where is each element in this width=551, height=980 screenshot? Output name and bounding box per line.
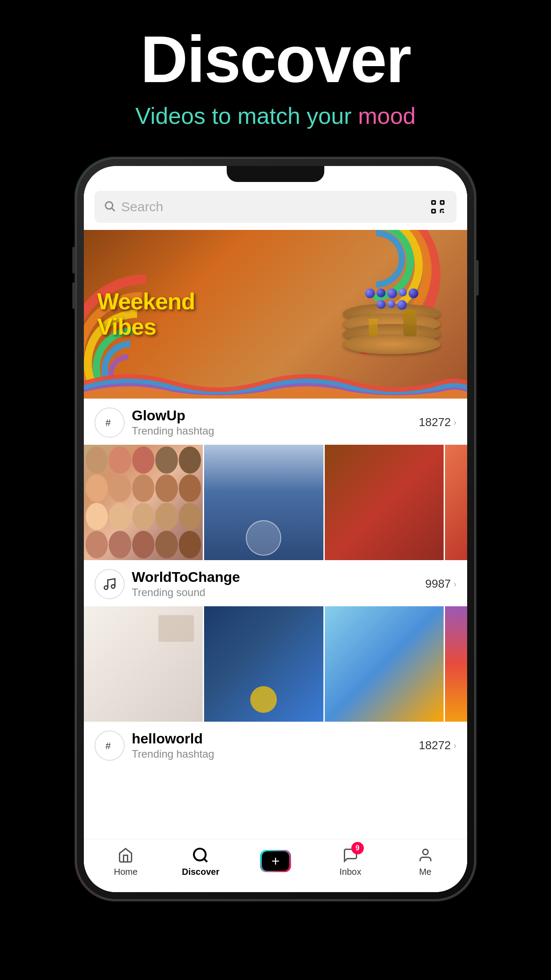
- glowup-video-grid: [84, 445, 467, 560]
- power-button: [476, 260, 479, 296]
- nav-add[interactable]: +: [238, 850, 313, 872]
- trending-glowup[interactable]: # GlowUp Trending hashtag 18272 ›: [84, 399, 467, 445]
- helloworld-icon: #: [94, 731, 125, 761]
- glowup-icon: #: [94, 407, 125, 438]
- search-input[interactable]: Search: [121, 199, 428, 214]
- helloworld-count: 18272 ›: [419, 739, 457, 752]
- svg-point-12: [194, 849, 206, 861]
- worldtochange-count: 9987 ›: [425, 577, 457, 591]
- worldtochange-icon: [94, 569, 125, 599]
- nav-discover[interactable]: Discover: [163, 846, 238, 877]
- video-thumb-6[interactable]: [204, 606, 323, 722]
- helloworld-name: helloworld: [132, 731, 214, 747]
- svg-point-0: [106, 202, 113, 209]
- inbox-badge: 9: [351, 842, 364, 854]
- pancake-illustration: [334, 239, 449, 381]
- hero-text-area: Discover Videos to match your mood: [0, 0, 551, 149]
- me-label: Me: [419, 867, 432, 877]
- blueberries: [365, 288, 418, 310]
- svg-line-7: [443, 211, 444, 213]
- phone-frame: Search: [76, 158, 475, 900]
- scan-icon[interactable]: [428, 197, 448, 217]
- banner-text: Weekend Vibes: [97, 288, 195, 339]
- home-icon: [116, 846, 135, 865]
- search-icon: [103, 200, 116, 214]
- add-button[interactable]: +: [260, 850, 291, 872]
- worldtochange-type: Trending sound: [132, 586, 240, 599]
- pancake-4: [343, 334, 441, 354]
- video-thumb-2[interactable]: [204, 445, 323, 560]
- svg-text:#: #: [106, 418, 111, 428]
- glowup-type: Trending hashtag: [132, 425, 214, 437]
- worldtochange-name: WorldToChange: [132, 569, 240, 585]
- svg-point-14: [423, 849, 428, 854]
- banner-line2: Vibes: [97, 314, 195, 340]
- phone-device: Search: [76, 158, 475, 900]
- svg-text:#: #: [106, 741, 111, 751]
- subtitle-mood: mood: [358, 103, 416, 129]
- hero-subtitle: Videos to match your mood: [9, 101, 542, 131]
- volume-up-button: [72, 247, 75, 273]
- bottom-nav: Home Discover: [84, 839, 467, 892]
- search-bar-container: Search: [84, 182, 467, 230]
- svg-point-9: [104, 586, 108, 589]
- inbox-icon-wrap: 9: [341, 846, 360, 865]
- discover-icon: [191, 846, 210, 865]
- subtitle-text: Videos to match your: [135, 103, 358, 129]
- discover-label: Discover: [182, 867, 220, 877]
- nav-home[interactable]: Home: [88, 846, 163, 877]
- worldtochange-video-grid: [84, 606, 467, 722]
- search-bar[interactable]: Search: [94, 191, 457, 223]
- syrup-drip-2: [369, 319, 378, 336]
- phone-notch: [227, 166, 324, 182]
- plus-icon: +: [272, 853, 280, 869]
- svg-line-1: [112, 208, 114, 211]
- discover-title: Discover: [9, 27, 542, 92]
- phone-screen: Search: [84, 166, 467, 892]
- video-thumb-5[interactable]: [84, 606, 203, 722]
- banner-image[interactable]: Weekend Vibes: [84, 230, 467, 399]
- nav-inbox[interactable]: 9 Inbox: [313, 846, 388, 877]
- banner-line1: Weekend: [97, 288, 195, 314]
- svg-line-13: [204, 858, 207, 861]
- svg-rect-2: [432, 201, 436, 204]
- svg-rect-3: [441, 201, 444, 204]
- inbox-label: Inbox: [339, 867, 361, 877]
- glowup-count: 18272 ›: [419, 415, 457, 429]
- video-thumb-1[interactable]: [84, 445, 203, 560]
- video-thumb-3[interactable]: [325, 445, 444, 560]
- video-thumb-7[interactable]: [325, 606, 444, 722]
- volume-down-button: [72, 282, 75, 309]
- helloworld-type: Trending hashtag: [132, 748, 214, 760]
- glowup-name: GlowUp: [132, 407, 214, 424]
- trending-helloworld[interactable]: # helloworld Trending hashtag 18272 ›: [84, 722, 467, 768]
- nav-me[interactable]: Me: [388, 846, 463, 877]
- svg-point-10: [111, 585, 115, 588]
- app-content: Search: [84, 182, 467, 892]
- video-thumb-4[interactable]: [445, 445, 467, 560]
- video-thumb-8[interactable]: [445, 606, 467, 722]
- syrup-drip: [403, 310, 417, 336]
- trending-worldtochange[interactable]: WorldToChange Trending sound 9987 ›: [84, 560, 467, 606]
- home-label: Home: [114, 867, 138, 877]
- profile-icon: [416, 846, 435, 865]
- svg-rect-4: [432, 209, 436, 213]
